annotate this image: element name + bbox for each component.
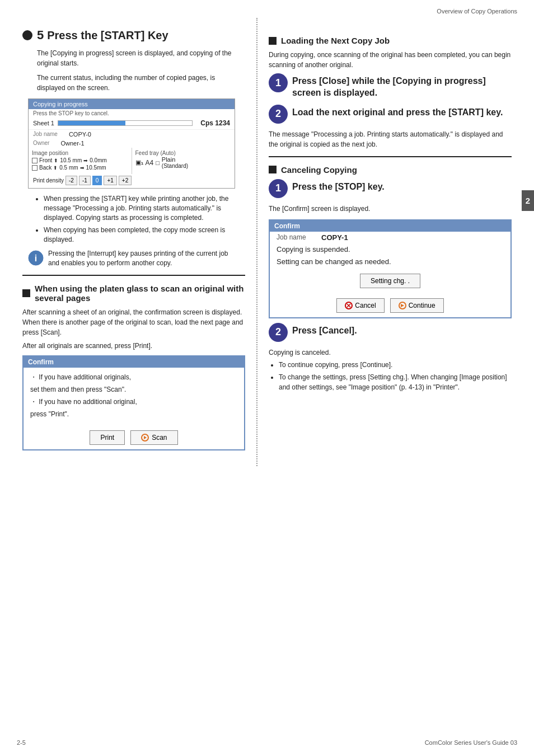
screen-mockup: Copying in progress Press the STOP key t…	[28, 98, 235, 189]
front-checkbox	[32, 158, 38, 163]
page-container: Overview of Copy Operations 2 5 Press th…	[0, 0, 534, 756]
paper-size-icon: □	[156, 159, 160, 166]
step5-body1: The [Copying in progress] screen is disp…	[37, 48, 245, 68]
section-divider	[22, 275, 245, 276]
confirm-line1b: set them and then press "Scan".	[30, 384, 237, 395]
cancel-step1-body: The [Confirm] screen is displayed.	[269, 204, 512, 214]
confirm-box-left: Confirm ・ If you have additional origina…	[22, 355, 245, 450]
step5-number: 5	[37, 28, 44, 43]
svg-marker-2	[144, 436, 147, 439]
back-right-arrow: ➡	[80, 165, 85, 171]
note-text: Pressing the [Interrupt] key pauses prin…	[48, 249, 240, 268]
confirm-btns-row2: Cancel Continue	[270, 293, 510, 317]
loading-step2-body: The message "Processing a job. Printing …	[269, 129, 512, 149]
scan-icon	[141, 434, 149, 442]
platen-square	[22, 289, 30, 297]
cancel-step2: 2 Press [Cancel].	[269, 323, 512, 342]
confirm-job-value: COPY-1	[321, 233, 348, 242]
setting-label: Setting chg.	[371, 277, 406, 285]
density-btn-p2[interactable]: +2	[119, 176, 132, 185]
front-up-arrow: ⬆	[54, 158, 58, 163]
cps-number: 1234	[215, 119, 230, 127]
screen-stop-hint: Press the STOP key to cancel.	[29, 109, 235, 117]
back-up-val: 0.5 mm	[59, 165, 78, 171]
screen-progress-row: Sheet 1 Cps 1234	[29, 117, 235, 130]
svg-text:i: i	[35, 253, 37, 263]
confirm-line2b: press "Print".	[30, 409, 237, 419]
confirm-btns-row1: Setting chg. .	[270, 268, 510, 293]
cancel-button[interactable]: Cancel	[336, 298, 384, 313]
cancel-body-bullets: To continue copying, press [Continue]. T…	[269, 360, 512, 392]
paper-size: A4	[146, 159, 154, 167]
loading-heading-text: Loading the Next Copy Job	[281, 36, 390, 45]
step5-title: Press the [START] Key	[47, 29, 168, 42]
feed-tray-label: Feed tray (Auto)	[135, 150, 232, 156]
density-btn-0[interactable]: 0	[92, 176, 102, 185]
continue-label: Continue	[409, 302, 435, 309]
cancel-step1-text: Press the [STOP] key.	[292, 179, 385, 193]
print-button[interactable]: Print	[90, 430, 125, 445]
screen-title: Copying in progress	[29, 99, 235, 109]
cancel-bullet-2: To change the settings, press [Setting c…	[279, 372, 512, 392]
continue-button[interactable]: Continue	[390, 298, 444, 313]
paper-type-block: Plain (Standard)	[162, 156, 188, 169]
sheet-label: Sheet 1	[33, 120, 54, 126]
cancel-step2-circle: 2	[269, 323, 288, 342]
bullet-item-2: When copying has been completed, the cop…	[44, 226, 245, 245]
density-btn-p1[interactable]: +1	[104, 176, 116, 185]
cps-value: Cps 1234	[200, 119, 230, 127]
confirm-msg2: Setting can be changed as needed.	[270, 256, 510, 268]
cancel-icon	[345, 302, 353, 309]
svg-marker-5	[401, 304, 404, 307]
front-label: Front	[39, 157, 52, 163]
progress-bar	[58, 120, 193, 126]
platen-body1: After scanning a sheet of an original, t…	[22, 307, 245, 337]
front-pos: Front ⬆ 10.5 mm ➡ 0.0mm	[32, 157, 128, 163]
step5-bullets: When pressing the [START] key while prin…	[37, 194, 245, 245]
scan-label: Scan	[152, 434, 167, 442]
loading-step2: 2 Load the next original and press the […	[269, 105, 512, 124]
step5-heading: 5 Press the [START] Key	[22, 28, 245, 43]
platen-heading: When using the platen glass to scan an o…	[22, 284, 245, 303]
main-content: 5 Press the [START] Key The [Copying in …	[0, 18, 534, 466]
loading-step2-circle: 2	[269, 105, 288, 124]
footer-product: ComColor Series User's Guide 03	[425, 739, 517, 746]
density-btn-m1[interactable]: -1	[79, 176, 91, 185]
confirm-body-left: ・ If you have additional originals, set …	[24, 368, 244, 426]
confirm-line1: ・ If you have additional originals,	[30, 372, 237, 382]
confirm-msg1: Copying is suspended.	[270, 243, 510, 256]
paper-type: Plain	[162, 156, 188, 163]
confirm-title-right: Confirm	[270, 220, 510, 232]
cancel-label: Cancel	[355, 302, 376, 309]
progress-fill	[58, 121, 125, 125]
screen-image-pos: Image position Front ⬆ 10.5 mm ➡ 0.0mm B…	[29, 148, 132, 174]
front-right-val: 0.0mm	[90, 157, 107, 163]
job-name-label: Job name	[33, 131, 58, 138]
cancel-step1: 1 Press the [STOP] key.	[269, 179, 512, 198]
back-right-val: 10.5mm	[86, 165, 106, 171]
canceling-heading: Canceling Copying	[269, 165, 512, 175]
confirm-box-right: Confirm Job name COPY-1 Copying is suspe…	[269, 219, 512, 318]
back-checkbox	[32, 165, 38, 171]
confirm-buttons-left: Print Scan	[24, 426, 244, 449]
canceling-square	[269, 166, 277, 173]
front-right-arrow: ➡	[83, 158, 88, 163]
loading-square	[269, 37, 277, 45]
setting-button[interactable]: Setting chg. .	[360, 274, 420, 288]
cps-text: Cps	[200, 119, 213, 127]
setting-dot: .	[408, 277, 410, 285]
canceling-heading-text: Canceling Copying	[281, 165, 357, 175]
cancel-step2-body: Copying is canceled. To continue copying…	[269, 348, 512, 392]
loading-step1-circle: 1	[269, 73, 288, 92]
left-column: 5 Press the [START] Key The [Copying in …	[0, 18, 257, 466]
feed-tray-icon-row: ▣₁ A4 □ Plain (Standard)	[135, 156, 232, 169]
loading-step2-text: Load the next original and press the [ST…	[292, 105, 503, 119]
density-btn-m2[interactable]: -2	[65, 176, 77, 185]
page-header: Overview of Copy Operations	[0, 0, 534, 18]
cancel-step2-text: Press [Cancel].	[292, 323, 357, 337]
step5-body2: The current status, including the number…	[37, 73, 245, 93]
print-density-row: Print density -2 -1 0 +1 +2	[29, 174, 235, 188]
note-box: i Pressing the [Interrupt] key pauses pr…	[28, 249, 240, 268]
screen-job-row: Job name COPY-0	[29, 130, 235, 139]
scan-button[interactable]: Scan	[130, 430, 177, 445]
